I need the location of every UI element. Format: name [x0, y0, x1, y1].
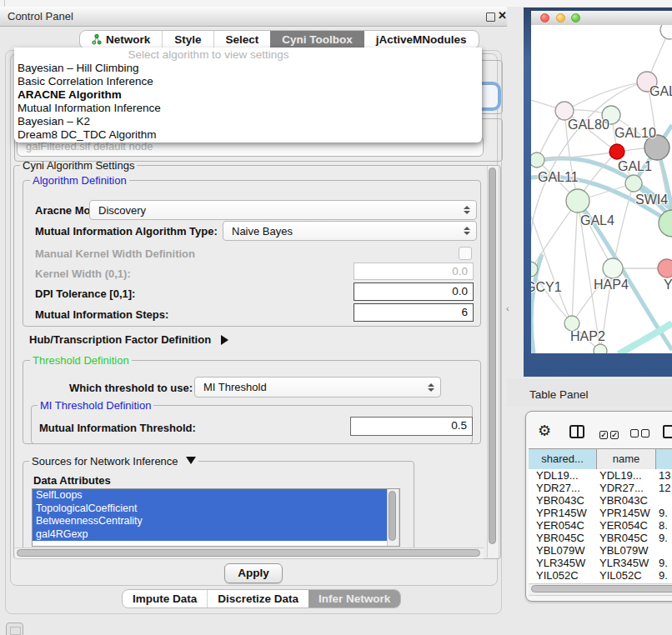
cell-value: 9.	[656, 507, 668, 519]
table-row[interactable]: YER054CYER054C8.	[529, 519, 672, 532]
table-row[interactable]: YDL19...YDL19...13	[529, 469, 672, 482]
network-node[interactable]	[594, 344, 607, 353]
tab-impute-data[interactable]: Impute Data	[123, 590, 207, 608]
data-attribute-item[interactable]: TopologicalCoefficient	[33, 502, 399, 516]
table-row[interactable]: YLR345WYLR345W9.	[529, 557, 672, 569]
float-panel-icon[interactable]	[486, 12, 495, 22]
manual-kernel-checkbox[interactable]	[459, 247, 472, 260]
table-row[interactable]: YBR045CYBR045C9.	[529, 532, 672, 544]
network-node[interactable]	[625, 175, 642, 192]
splitter-caret-icon[interactable]: ‹	[506, 303, 509, 313]
mi-type-combo[interactable]: Naive Bayes	[223, 221, 477, 241]
mi-threshold-field[interactable]: 0.5	[350, 417, 473, 436]
table-row[interactable]: YPR145WYPR145W9.	[529, 507, 672, 519]
table-row[interactable]: YDR27...YDR27...12	[529, 482, 672, 494]
node-label[interactable]: GAL4	[580, 213, 614, 228]
tab-discretize-data[interactable]: Discretize Data	[207, 590, 308, 608]
show-panel-icon[interactable]	[6, 622, 23, 635]
data-attribute-item[interactable]: SelfLoops	[33, 489, 399, 502]
which-threshold-label: Which threshold to use:	[69, 382, 193, 394]
node-label[interactable]: GAL1	[618, 159, 652, 173]
which-threshold-value: MI Threshold	[203, 381, 267, 393]
cell-shared-name: YDL19...	[529, 469, 597, 482]
node-label[interactable]: GAL10	[614, 126, 656, 140]
close-panel-icon[interactable]: ✕	[498, 9, 507, 22]
close-window-icon[interactable]	[540, 13, 549, 22]
column-layout-icon[interactable]	[569, 425, 584, 438]
cell-name: YPR145W	[597, 507, 656, 519]
data-attribute-item[interactable]: gal4RGexp	[33, 528, 399, 542]
mi-steps-field[interactable]: 6	[354, 303, 474, 322]
tab-label: Network	[106, 33, 150, 46]
cell-name: YDR27...	[597, 482, 656, 494]
table-horizontal-scrollbar[interactable]	[529, 583, 672, 596]
aracne-mode-combo[interactable]: Discovery	[89, 200, 477, 220]
sources-title[interactable]: Sources for Network Inference	[29, 455, 198, 468]
cell-shared-name: YBR043C	[529, 494, 597, 507]
algorithm-option[interactable]: Bayesian – Hill Climbing	[14, 62, 482, 75]
attr-list-scrollbar[interactable]	[387, 489, 399, 546]
column-header-shared[interactable]: shared...	[529, 449, 597, 470]
column-header-a[interactable]: A	[656, 449, 672, 470]
select-all-checkboxes-icon[interactable]: ✓✓	[599, 428, 619, 440]
network-canvas[interactable]: GALGAL80GAL10GAL1GAL11SWI4GAL4GCY1HAP4YH…	[531, 25, 672, 353]
table-row[interactable]: YBL079WYBL079W	[529, 544, 672, 557]
cell-shared-name: YLR345W	[529, 557, 597, 569]
network-window-titlebar[interactable]	[531, 11, 672, 26]
tab-infer-network[interactable]: Infer Network	[308, 590, 400, 608]
tab-cyni-toolbox[interactable]: Cyni Toolbox	[270, 31, 364, 48]
hub-definition-label: Hub/Transcription Factor Definition	[29, 333, 211, 346]
tab-select[interactable]: Select	[213, 31, 271, 48]
kernel-width-label: Kernel Width (0,1):	[35, 268, 131, 280]
network-node[interactable]	[609, 144, 624, 159]
settings-vertical-scrollbar[interactable]	[487, 166, 499, 558]
which-threshold-combo[interactable]: MI Threshold	[194, 377, 441, 398]
apply-button[interactable]: Apply	[224, 563, 283, 583]
network-node[interactable]	[658, 259, 672, 278]
dpi-tolerance-field[interactable]: 0.0	[354, 282, 474, 301]
network-node[interactable]	[603, 258, 623, 278]
network-graph: GALGAL80GAL10GAL1GAL11SWI4GAL4GCY1HAP4YH…	[531, 25, 672, 353]
cell-shared-name: YPR145W	[529, 507, 597, 519]
node-label[interactable]: HAP4	[594, 278, 629, 292]
node-label[interactable]: GAL80	[568, 118, 609, 132]
settings-horizontal-scrollbar[interactable]	[15, 548, 484, 559]
table-settings-gear-icon[interactable]: ⚙	[538, 423, 551, 438]
cell-value: 9.	[656, 569, 668, 582]
tab-network[interactable]: Network	[80, 31, 162, 48]
algorithm-option[interactable]: Dream8 DC_TDC Algorithm	[14, 128, 482, 142]
minimize-window-icon[interactable]	[556, 13, 565, 22]
network-view-window[interactable]: GALGAL80GAL10GAL1GAL11SWI4GAL4GCY1HAP4YH…	[524, 8, 672, 377]
algorithm-option[interactable]: Basic Correlation Inference	[14, 75, 482, 88]
algorithm-option[interactable]: Mutual Information Inference	[14, 102, 482, 115]
node-label[interactable]: SWI4	[635, 192, 668, 207]
node-label[interactable]: Y	[664, 278, 672, 292]
node-label[interactable]: GAL11	[538, 170, 579, 184]
table-row[interactable]: YBR043CYBR043C	[529, 494, 672, 507]
cell-shared-name: YDR27...	[529, 482, 597, 494]
kernel-width-field[interactable]: 0.0	[354, 262, 474, 280]
network-node[interactable]	[531, 152, 544, 168]
column-header-name[interactable]: name	[597, 449, 656, 470]
table-row[interactable]: YIL052CYIL052C9.	[529, 569, 672, 582]
algorithm-option[interactable]: ARACNE Algorithm	[14, 88, 482, 102]
mi-type-label: Mutual Information Algorithm Type:	[35, 225, 218, 238]
node-label[interactable]: GCY1	[531, 280, 562, 294]
zoom-window-icon[interactable]	[571, 13, 580, 22]
tab-style[interactable]: Style	[162, 31, 213, 48]
cell-shared-name: YBL079W	[529, 544, 597, 557]
cell-name: YER054C	[597, 519, 656, 532]
algorithm-option[interactable]: Bayesian – K2	[14, 115, 482, 128]
node-label[interactable]: GAL	[649, 84, 672, 98]
data-attribute-item[interactable]: BetweennessCentrality	[33, 515, 399, 528]
deselect-all-checkboxes-icon[interactable]	[630, 428, 649, 440]
cell-name: YDL19...	[597, 469, 656, 482]
hub-definition-toggle[interactable]: Hub/Transcription Factor Definition	[29, 333, 228, 346]
network-node[interactable]	[566, 189, 589, 212]
export-table-icon[interactable]	[663, 425, 672, 438]
node-label[interactable]: HAP2	[570, 329, 605, 343]
data-attributes-list[interactable]: SelfLoopsTopologicalCoefficientBetweenne…	[32, 488, 400, 547]
collapse-arrow-icon	[186, 457, 196, 464]
cell-value	[656, 544, 659, 557]
tab-jactivemnodules[interactable]: jActiveMNodules	[364, 31, 479, 48]
